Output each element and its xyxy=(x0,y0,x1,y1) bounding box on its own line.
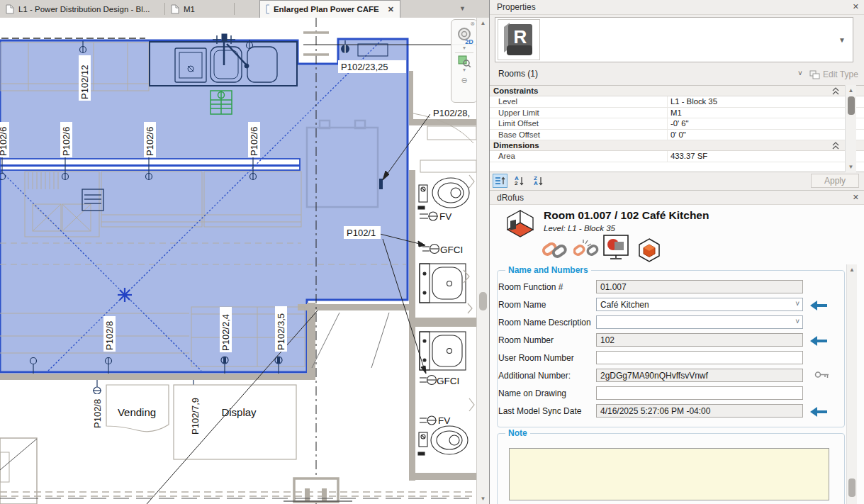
document-icon xyxy=(171,4,179,14)
grid-vertical-scrollbar[interactable]: ▲ ▼ xyxy=(845,85,856,172)
navbar-chevron-icon[interactable]: ▾ xyxy=(463,67,466,73)
last-sync-input[interactable] xyxy=(596,404,803,418)
circuit-label: P102/6 xyxy=(145,127,155,156)
filter-row: Rooms (1) ˅ Edit Type xyxy=(495,66,853,83)
link-icon[interactable] xyxy=(541,238,568,261)
scroll-up-icon[interactable]: ▲ xyxy=(477,18,489,28)
field-label: Room Function # xyxy=(498,282,563,292)
scrollbar-thumb[interactable] xyxy=(479,292,487,310)
sync-arrow-icon[interactable] xyxy=(810,336,827,346)
scroll-down-icon[interactable]: ▼ xyxy=(477,493,489,504)
field-label: Additional Number: xyxy=(498,371,571,381)
properties-title: Properties xyxy=(497,2,536,12)
field-label: Room Name xyxy=(498,300,546,310)
type-selector-chevron-icon[interactable]: ▼ xyxy=(838,36,846,44)
circuit-label: P102/1 xyxy=(347,228,376,238)
property-row[interactable]: Limit Offset -0' 6" xyxy=(490,118,864,130)
sort-ascending-button[interactable]: A2 xyxy=(512,174,527,188)
sort-descending-button[interactable]: ZA xyxy=(531,174,546,188)
filter-chevron-icon[interactable]: ˅ xyxy=(798,69,802,77)
apply-button[interactable]: Apply xyxy=(811,174,859,188)
revit-family-icon: R xyxy=(498,19,540,60)
drofus-close-icon[interactable]: ✕ xyxy=(853,193,859,202)
circuit-label: P102/8 xyxy=(104,321,115,350)
sort-ascending-icon: A2 xyxy=(515,176,519,186)
note-textarea[interactable] xyxy=(509,448,829,500)
field-label: Last Model Sync Date xyxy=(498,406,581,416)
show-on-screen-icon[interactable] xyxy=(603,235,630,261)
room-name-combobox[interactable]: Café Kitchen ˅ xyxy=(596,298,803,311)
revit-window: L1 - Power Distribution Design - Bl... M… xyxy=(0,0,864,504)
drofus-panel: Room 01.007 / 102 Café Kitchen Level: L1… xyxy=(490,205,864,504)
room-number-input[interactable] xyxy=(596,333,803,347)
edit-type-button[interactable]: Edit Type xyxy=(809,67,864,82)
canvas-vertical-scrollbar[interactable]: ▲ ▼ xyxy=(476,18,489,504)
circuit-label: P102/3,5 xyxy=(276,313,286,350)
room-function-input[interactable] xyxy=(596,280,803,293)
fixture-label-fv: FV xyxy=(439,211,451,222)
sync-arrow-icon[interactable] xyxy=(810,407,827,417)
properties-grid: Constraints Level L1 - Block 35 Upper Li… xyxy=(490,85,864,172)
circuit-label: P102/6 xyxy=(0,127,9,156)
additional-number-input[interactable] xyxy=(596,369,803,382)
drofus-room-level: Level: L1 - Block 35 xyxy=(544,224,615,233)
property-row[interactable]: Upper Limit M1 xyxy=(490,108,864,119)
sort-default-button[interactable] xyxy=(493,174,507,188)
properties-title-bar: Properties ✕ xyxy=(490,0,864,15)
navbar-chevron-icon[interactable]: ▾ xyxy=(463,45,466,51)
navbar-pan-icon[interactable]: ⊖ xyxy=(461,76,467,85)
navbar-divider xyxy=(455,52,473,53)
drawing-canvas[interactable]: P102/12 P102/6 P102/6 P102/6 P102/6 P102… xyxy=(0,18,476,504)
tab-power-distribution[interactable]: L1 - Power Distribution Design - Bl... xyxy=(0,0,163,18)
tab-label: Enlarged Plan Power CAFE xyxy=(274,5,379,13)
receptacle-tick xyxy=(379,179,383,189)
fixture-label-gfci: GFCI xyxy=(440,245,463,255)
unlink-icon[interactable] xyxy=(573,238,599,261)
scroll-down-icon[interactable]: ▼ xyxy=(846,162,856,172)
properties-close-icon[interactable]: ✕ xyxy=(853,2,859,11)
sort-default-icon xyxy=(495,176,505,186)
scroll-up-icon[interactable]: ▲ xyxy=(847,264,857,275)
view-tab-bar: L1 - Power Distribution Design - Bl... M… xyxy=(0,0,489,18)
section-header-constraints[interactable]: Constraints xyxy=(490,86,864,96)
scroll-up-icon[interactable]: ▲ xyxy=(846,85,856,96)
tab-m1[interactable]: M1 xyxy=(165,0,233,18)
combobox-chevron-icon[interactable]: ˅ xyxy=(795,318,800,325)
sync-arrow-icon[interactable] xyxy=(810,301,827,310)
tab-enlarged-plan-active[interactable]: Enlarged Plan Power CAFE ✕ xyxy=(259,0,400,18)
property-row[interactable]: Area 433.37 SF xyxy=(490,151,864,162)
selection-filter[interactable]: Rooms (1) xyxy=(498,69,538,79)
room-name-description-combobox[interactable]: ˅ xyxy=(596,315,803,329)
section-header-dimensions[interactable]: Dimensions xyxy=(490,140,864,151)
navigation-bar[interactable]: ⊗ 2D ▾ ▾ ⊖ xyxy=(451,19,476,103)
property-row[interactable]: Base Offset 0' 0" xyxy=(490,130,864,141)
circuit-label: P102/8 xyxy=(92,399,103,428)
drofus-vertical-scrollbar[interactable]: ▲ xyxy=(846,264,857,504)
note-group xyxy=(497,433,845,504)
name-on-drawing-input[interactable] xyxy=(596,386,803,400)
circuit-label: P102/23,25 xyxy=(341,62,388,72)
user-room-number-input[interactable] xyxy=(596,351,803,364)
tab-list-chevron-icon[interactable]: ▼ xyxy=(459,5,466,12)
property-row[interactable]: Level L1 - Block 35 xyxy=(490,96,864,108)
type-selector[interactable]: R ▼ xyxy=(495,17,853,62)
drofus-title: dRofus xyxy=(497,193,524,203)
collapse-icon[interactable] xyxy=(832,87,839,96)
scrollbar-thumb[interactable] xyxy=(848,96,855,115)
adjacent-room xyxy=(0,438,37,504)
edit-type-icon xyxy=(809,70,820,79)
navbar-close-icon[interactable]: ⊗ xyxy=(470,21,475,27)
bim-cube-icon[interactable] xyxy=(637,238,661,262)
tab-label: M1 xyxy=(184,5,195,13)
scrollbar-thumb[interactable] xyxy=(848,478,855,497)
collapse-icon[interactable] xyxy=(832,142,839,150)
zoom-region-icon[interactable] xyxy=(457,55,471,67)
drofus-title-bar: dRofus ✕ xyxy=(490,190,864,205)
key-icon xyxy=(814,370,830,379)
properties-toolbar: A2 ZA Apply xyxy=(490,172,864,189)
edit-type-label: Edit Type xyxy=(823,69,858,79)
partial-fixture-marks xyxy=(464,175,474,411)
note-header: Note xyxy=(505,428,530,438)
combobox-chevron-icon[interactable]: ˅ xyxy=(795,300,800,308)
tab-close-icon[interactable]: ✕ xyxy=(388,5,394,14)
